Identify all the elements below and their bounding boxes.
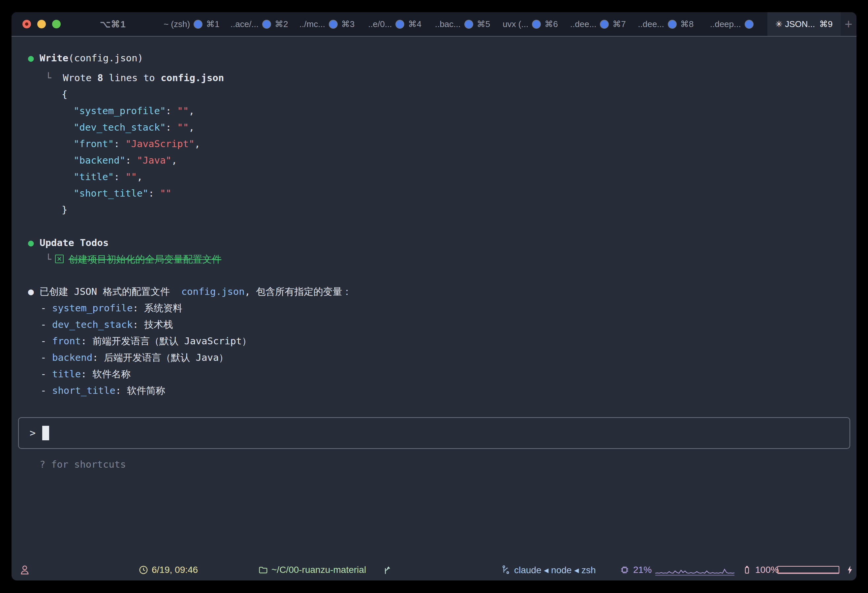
terminal-output: ● Write(config.json) └ Wrote 8 lines to …	[12, 37, 856, 580]
tab-label: ..e/0...	[368, 19, 392, 30]
tab-activity-indicator	[601, 21, 608, 28]
result-connector-icon: └	[46, 254, 51, 265]
tab-7[interactable]: ..dee... ⌘7	[564, 12, 632, 36]
close-window-button[interactable]	[22, 20, 31, 28]
tab-activity-indicator	[263, 21, 270, 28]
clock-status: 6/19, 09:46	[139, 562, 198, 578]
variable-desc: 软件名称	[92, 369, 131, 380]
inline-code-filename: config.json	[182, 286, 245, 297]
tab-label: ~ (zsh)	[164, 19, 190, 30]
process-chain-text: claude ◂ node ◂ zsh	[514, 565, 596, 575]
checked-checkbox-icon	[55, 255, 63, 263]
tab-8[interactable]: ..dee... ⌘8	[632, 12, 700, 36]
tab-6[interactable]: uvx (... ⌘6	[496, 12, 564, 36]
tab-activity-indicator	[194, 21, 202, 28]
tab-9[interactable]: ..deep...	[700, 12, 768, 36]
variable-desc: 软件简称	[127, 385, 165, 396]
tab-label: ..dee...	[638, 19, 664, 30]
tab-activity-indicator	[329, 21, 337, 28]
tab-label: ..ace/...	[230, 19, 258, 30]
process-status: claude ◂ node ◂ zsh	[501, 562, 596, 578]
json-entry: "front": "JavaScript",	[12, 136, 856, 152]
tool-call-update-todos: ● Update Todos	[12, 235, 856, 251]
tab-shortcut: ⌘8	[681, 19, 694, 30]
tab-activity-indicator	[533, 21, 540, 28]
tab-label: ✳ JSON...	[775, 19, 815, 30]
json-entry: "dev_tech_stack": "",	[12, 119, 856, 136]
todo-item-line: └创建项目初始化的全局变量配置文件	[12, 251, 856, 267]
tab-activity-indicator	[396, 21, 404, 28]
sparkline-baseline	[655, 575, 734, 575]
tab-3[interactable]: ../mc... ⌘3	[293, 12, 361, 36]
tool-name: Update Todos	[40, 237, 109, 248]
variable-desc: 系统资料	[144, 302, 182, 314]
tab-activity-indicator	[465, 21, 472, 28]
json-entry: "short_title": ""	[12, 185, 856, 202]
zoom-window-button[interactable]	[52, 20, 61, 28]
tab-shortcut: ⌘6	[545, 19, 558, 30]
tab-zsh[interactable]: ~ (zsh) ⌘1	[158, 12, 225, 36]
tab-label: ..deep...	[710, 19, 741, 30]
tab-shortcut: ⌘9	[819, 19, 833, 30]
tab-activity-indicator	[669, 21, 676, 28]
cpu-chip-icon	[619, 565, 630, 575]
battery-icon	[742, 565, 752, 575]
tab-shortcut: ⌘3	[341, 19, 354, 30]
battery-status: 100%	[742, 562, 779, 578]
minimize-window-button[interactable]	[37, 20, 46, 28]
tab-label: ..bac...	[435, 19, 461, 30]
tab-label: ..dee...	[570, 19, 596, 30]
tab-4[interactable]: ..e/0... ⌘4	[361, 12, 428, 36]
variable-name: title	[52, 369, 81, 380]
summary-list-item: - backend: 后端开发语言（默认 Java）	[12, 349, 856, 366]
tab-strip: ~ (zsh) ⌘1 ..ace/... ⌘2 ../mc... ⌘3 ..e/…	[158, 12, 856, 36]
charging-bolt-icon	[845, 562, 855, 578]
prompt-chevron: >	[30, 425, 35, 441]
variable-desc: 前端开发语言（默认 JavaScript）	[92, 335, 251, 347]
battery-percent-text: 100%	[755, 565, 779, 575]
json-close-brace: }	[12, 202, 856, 218]
terminal-window: ⌥⌘1 ~ (zsh) ⌘1 ..ace/... ⌘2 ../mc... ⌘3 …	[12, 12, 856, 580]
summary-list-item: - short_title: 软件简称	[12, 382, 856, 399]
git-branch-icon	[382, 562, 393, 578]
completed-todo-text: 创建项目初始化的全局变量配置文件	[68, 254, 221, 265]
tab-json-active[interactable]: ✳ JSON... ⌘9	[768, 12, 841, 36]
tab-label: ../mc...	[300, 19, 325, 30]
tab-5[interactable]: ..bac... ⌘5	[429, 12, 496, 36]
variable-name: dev_tech_stack	[52, 319, 133, 330]
sparkline-path	[655, 569, 734, 573]
shortcuts-hint: ? for shortcuts	[12, 456, 856, 473]
user-icon	[19, 562, 30, 578]
tool-bullet-icon: ●	[28, 52, 34, 63]
datetime-text: 6/19, 09:46	[152, 565, 198, 575]
tab-shortcut: ⌘1	[206, 19, 219, 30]
result-connector-icon: └	[46, 72, 51, 83]
tab-shortcut: ⌘2	[275, 19, 288, 30]
new-tab-button[interactable]: +	[841, 12, 856, 36]
tab-shortcut: ⌘4	[408, 19, 421, 30]
summary-intro-line: ● 已创建 JSON 格式的配置文件 config.json, 包含所有指定的变…	[12, 283, 856, 300]
tab-shortcut: ⌘7	[613, 19, 626, 30]
battery-bar	[777, 562, 839, 578]
tab-activity-indicator	[745, 21, 753, 28]
cpu-status: 21%	[619, 562, 652, 578]
tool-name: Write	[40, 52, 68, 63]
tool-result-line: └ Wrote 8 lines to config.json	[12, 69, 856, 86]
tool-call-write: ● Write(config.json)	[12, 50, 856, 66]
json-entry: "title": "",	[12, 168, 856, 185]
variable-name: front	[52, 335, 81, 347]
cwd-text: ~/C/00-ruanzu-material	[272, 565, 366, 575]
cwd-status: ~/C/00-ruanzu-material	[258, 562, 366, 578]
status-bar: 6/19, 09:46 ~/C/00-ruanzu-material claud…	[12, 562, 856, 578]
modified-indicator-dot	[25, 22, 28, 26]
result-line-count: 8	[97, 72, 103, 83]
prompt-input[interactable]: >	[18, 417, 850, 449]
result-file-name: config.json	[161, 72, 224, 83]
text-cursor	[42, 426, 49, 440]
variable-desc: 技术栈	[144, 319, 173, 330]
variable-name: backend	[52, 352, 92, 363]
process-tree-icon	[501, 565, 511, 575]
tab-2[interactable]: ..ace/... ⌘2	[225, 12, 293, 36]
variable-desc: 后端开发语言（默认 Java）	[104, 352, 228, 363]
folder-icon	[258, 565, 268, 575]
